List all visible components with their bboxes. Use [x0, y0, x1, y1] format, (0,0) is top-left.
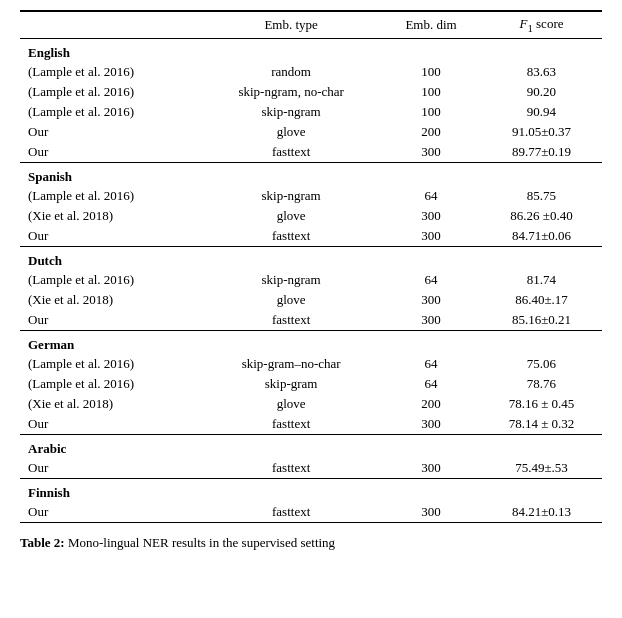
- table-header-row: Emb. type Emb. dim F1 score: [20, 11, 602, 38]
- cell-emb-dim: 64: [381, 374, 481, 394]
- cell-f1-score: 84.71±0.06: [481, 226, 602, 247]
- col-header-f1: F1 score: [481, 11, 602, 38]
- cell-emb-dim: 100: [381, 102, 481, 122]
- cell-f1-score: 91.05±0.37: [481, 122, 602, 142]
- cell-emb-type: skip-gram: [201, 374, 381, 394]
- table-row: (Lample et al. 2016)skip-gram6478.76: [20, 374, 602, 394]
- cell-f1-score: 86.26 ±0.40: [481, 206, 602, 226]
- cell-f1-score: 85.75: [481, 186, 602, 206]
- cell-ref: Our: [20, 458, 201, 479]
- cell-emb-type: glove: [201, 394, 381, 414]
- cell-emb-dim: 300: [381, 502, 481, 523]
- col-header-ref: [20, 11, 201, 38]
- lang-label: Spanish: [20, 162, 602, 186]
- cell-emb-dim: 300: [381, 458, 481, 479]
- cell-emb-type: fasttext: [201, 414, 381, 435]
- cell-emb-dim: 300: [381, 226, 481, 247]
- cell-ref: (Lample et al. 2016): [20, 186, 201, 206]
- cell-emb-dim: 64: [381, 270, 481, 290]
- f1-sub: 1: [527, 22, 532, 34]
- cell-ref: (Lample et al. 2016): [20, 82, 201, 102]
- lang-label: Arabic: [20, 434, 602, 458]
- cell-emb-dim: 200: [381, 122, 481, 142]
- cell-f1-score: 86.40±.17: [481, 290, 602, 310]
- lang-header-row: German: [20, 330, 602, 354]
- table-row: (Lample et al. 2016)skip-ngram6481.74: [20, 270, 602, 290]
- lang-label: Dutch: [20, 246, 602, 270]
- lang-header-row: Finnish: [20, 478, 602, 502]
- cell-emb-type: skip-ngram: [201, 186, 381, 206]
- cell-ref: (Lample et al. 2016): [20, 102, 201, 122]
- cell-emb-dim: 64: [381, 354, 481, 374]
- cell-f1-score: 78.14 ± 0.32: [481, 414, 602, 435]
- col-header-emb-dim: Emb. dim: [381, 11, 481, 38]
- cell-ref: (Lample et al. 2016): [20, 354, 201, 374]
- cell-emb-type: fasttext: [201, 458, 381, 479]
- cell-f1-score: 75.06: [481, 354, 602, 374]
- cell-f1-score: 84.21±0.13: [481, 502, 602, 523]
- results-table: Emb. type Emb. dim F1 score English(Lamp…: [20, 10, 602, 523]
- caption-label: Table 2:: [20, 535, 65, 550]
- table-row: (Xie et al. 2018)glove30086.26 ±0.40: [20, 206, 602, 226]
- cell-ref: (Lample et al. 2016): [20, 270, 201, 290]
- cell-emb-type: skip-ngram, no-char: [201, 82, 381, 102]
- cell-emb-dim: 300: [381, 206, 481, 226]
- cell-emb-dim: 64: [381, 186, 481, 206]
- lang-header-row: English: [20, 38, 602, 62]
- lang-header-row: Spanish: [20, 162, 602, 186]
- table-row: (Lample et al. 2016)skip-ngram10090.94: [20, 102, 602, 122]
- cell-emb-type: fasttext: [201, 310, 381, 331]
- cell-ref: (Lample et al. 2016): [20, 62, 201, 82]
- cell-emb-type: skip-ngram: [201, 270, 381, 290]
- cell-f1-score: 90.94: [481, 102, 602, 122]
- cell-emb-dim: 300: [381, 310, 481, 331]
- cell-emb-type: fasttext: [201, 226, 381, 247]
- cell-f1-score: 90.20: [481, 82, 602, 102]
- cell-emb-type: glove: [201, 206, 381, 226]
- cell-emb-dim: 200: [381, 394, 481, 414]
- table-row: (Xie et al. 2018)glove30086.40±.17: [20, 290, 602, 310]
- cell-ref: Our: [20, 502, 201, 523]
- table-row: (Lample et al. 2016)skip-ngram, no-char1…: [20, 82, 602, 102]
- cell-emb-type: fasttext: [201, 142, 381, 163]
- lang-label: German: [20, 330, 602, 354]
- cell-f1-score: 78.16 ± 0.45: [481, 394, 602, 414]
- lang-label: Finnish: [20, 478, 602, 502]
- cell-ref: (Lample et al. 2016): [20, 374, 201, 394]
- table-row: Ourfasttext30085.16±0.21: [20, 310, 602, 331]
- cell-emb-type: glove: [201, 290, 381, 310]
- table-caption: Table 2: Mono-lingual NER results in the…: [20, 533, 602, 553]
- cell-emb-type: random: [201, 62, 381, 82]
- cell-ref: Our: [20, 142, 201, 163]
- col-header-emb-type: Emb. type: [201, 11, 381, 38]
- cell-emb-dim: 100: [381, 82, 481, 102]
- table-row: (Lample et al. 2016)skip-gram–no-char647…: [20, 354, 602, 374]
- cell-emb-dim: 100: [381, 62, 481, 82]
- cell-emb-type: skip-gram–no-char: [201, 354, 381, 374]
- cell-f1-score: 75.49±.53: [481, 458, 602, 479]
- cell-ref: Our: [20, 226, 201, 247]
- cell-ref: (Xie et al. 2018): [20, 290, 201, 310]
- lang-label: English: [20, 38, 602, 62]
- cell-f1-score: 78.76: [481, 374, 602, 394]
- table-row: Ourfasttext30078.14 ± 0.32: [20, 414, 602, 435]
- cell-emb-type: glove: [201, 122, 381, 142]
- cell-f1-score: 85.16±0.21: [481, 310, 602, 331]
- cell-ref: (Xie et al. 2018): [20, 394, 201, 414]
- cell-ref: Our: [20, 310, 201, 331]
- table-row: (Xie et al. 2018)glove20078.16 ± 0.45: [20, 394, 602, 414]
- cell-f1-score: 89.77±0.19: [481, 142, 602, 163]
- cell-ref: Our: [20, 122, 201, 142]
- lang-header-row: Dutch: [20, 246, 602, 270]
- table-row: Ourfasttext30084.21±0.13: [20, 502, 602, 523]
- table-row: (Lample et al. 2016)random10083.63: [20, 62, 602, 82]
- cell-emb-type: skip-ngram: [201, 102, 381, 122]
- cell-emb-type: fasttext: [201, 502, 381, 523]
- table-container: Emb. type Emb. dim F1 score English(Lamp…: [20, 10, 602, 523]
- cell-emb-dim: 300: [381, 142, 481, 163]
- table-row: Ourfasttext30075.49±.53: [20, 458, 602, 479]
- cell-ref: (Xie et al. 2018): [20, 206, 201, 226]
- table-row: Ourglove20091.05±0.37: [20, 122, 602, 142]
- table-row: Ourfasttext30089.77±0.19: [20, 142, 602, 163]
- caption-text: Mono-lingual NER results in the supervis…: [68, 535, 335, 550]
